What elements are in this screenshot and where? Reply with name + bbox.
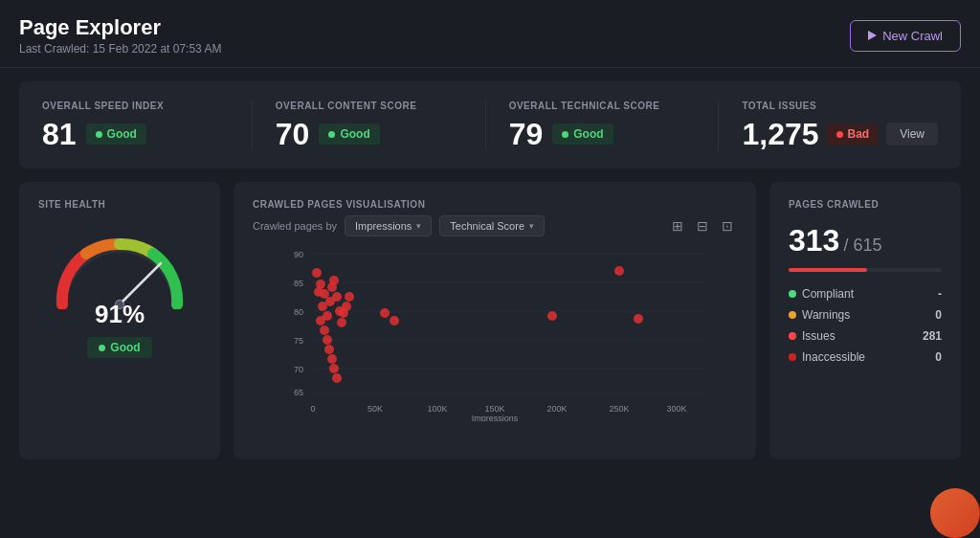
header: Page Explorer Last Crawled: 15 Feb 2022 … [0,0,980,68]
svg-text:100K: 100K [427,404,447,414]
avatar[interactable] [930,488,980,538]
play-icon [868,31,877,40]
chart-icon-scatter[interactable]: ⊞ [668,216,687,235]
svg-point-37 [332,373,342,383]
stat-inaccessible: Inaccessible 0 [789,350,942,364]
metric-speed-label: OVERALL SPEED INDEX [42,101,229,111]
svg-point-47 [547,311,557,321]
metric-content-number: 70 [276,119,310,149]
metric-total-issues: TOTAL ISSUES 1,275 Bad View [742,101,938,149]
svg-text:75: 75 [294,336,303,346]
svg-point-34 [324,345,334,354]
svg-point-45 [380,308,390,318]
inaccessible-dot [789,353,796,361]
chart-icon-group: ⊞ ⊟ ⊡ [668,216,737,235]
svg-point-49 [634,314,643,324]
view-issues-button[interactable]: View [886,123,938,146]
svg-point-39 [337,318,346,327]
svg-point-44 [314,287,323,297]
metrics-row: OVERALL SPEED INDEX 81 Good OVERALL CONT… [19,81,961,168]
warnings-dot [789,311,796,319]
header-left: Page Explorer Last Crawled: 15 Feb 2022 … [19,15,221,56]
metric-speed-number: 81 [42,119,77,149]
good-dot-3 [562,131,568,138]
svg-text:200K: 200K [546,404,567,414]
stat-compliant: Compliant - [789,287,942,301]
good-dot-2 [328,131,335,138]
svg-line-1 [120,263,161,304]
new-crawl-button[interactable]: New Crawl [850,20,961,52]
metrics-section: OVERALL SPEED INDEX 81 Good OVERALL CONT… [0,68,980,182]
chart-icon-download[interactable]: ⊡ [718,216,737,235]
svg-point-29 [329,276,339,285]
site-health-badge: Good [87,337,151,358]
gauge-container: 91% Good [38,223,201,358]
metric-technical-number: 79 [509,119,544,149]
stat-inaccessible-label: Inaccessible [789,350,865,364]
svg-text:Impressions: Impressions [472,414,519,421]
svg-text:50K: 50K [368,404,383,414]
metric-content-label: OVERALL CONTENT SCORE [276,101,462,111]
metric-content-badge: Good [319,123,379,145]
svg-point-42 [345,292,354,302]
chart-card: CRAWLED PAGES VISUALISATION Crawled page… [234,182,756,460]
progress-fill [789,268,867,272]
svg-point-32 [320,325,329,335]
chart-controls-label: Crawled pages by [253,220,337,232]
pages-number-row: 313 / 615 [789,223,942,258]
metric-issues-label: TOTAL ISSUES [742,101,938,111]
site-health-card: SITE HEALTH 91% [19,182,220,460]
stat-warnings: Warnings 0 [789,308,942,322]
metric-technical-label: OVERALL TECHNICAL SCORE [509,101,696,111]
metric-technical-badge: Good [552,123,612,145]
stat-warnings-val: 0 [935,308,942,322]
pages-total: / 615 [843,235,881,256]
metric-speed-index: OVERALL SPEED INDEX 81 Good [42,101,253,149]
svg-point-41 [342,302,351,311]
svg-text:300K: 300K [666,404,686,414]
chevron-down-icon-2: ▾ [529,221,534,231]
metric-content-score: OVERALL CONTENT SCORE 70 Good [276,101,486,149]
impressions-dropdown[interactable]: Impressions ▾ [345,215,432,236]
svg-point-31 [316,316,325,325]
svg-text:80: 80 [294,307,303,317]
svg-text:250K: 250K [609,404,629,414]
compliant-dot [789,290,796,298]
chart-icon-grid[interactable]: ⊟ [693,216,712,235]
pages-crawled-card: PAGES CRAWLED 313 / 615 Compliant - Warn… [769,182,961,460]
stat-compliant-label: Compliant [789,287,854,301]
scatter-area: 90 85 80 75 70 65 0 50K 100K 150K 200K 2… [253,244,737,421]
pages-current: 313 [789,223,839,258]
metric-issues-value-row: 1,275 Bad View [742,119,938,149]
chevron-down-icon: ▾ [416,221,421,231]
good-dot [96,131,102,138]
metric-technical-value-row: 79 Good [509,119,696,149]
chart-header: CRAWLED PAGES VISUALISATION [253,199,737,210]
bottom-section: SITE HEALTH 91% [0,182,980,460]
page-title: Page Explorer [19,15,221,40]
svg-point-43 [312,268,322,278]
svg-point-36 [329,364,339,373]
chart-controls: Crawled pages by Impressions ▾ Technical… [253,215,737,236]
bad-dot [836,131,843,138]
svg-point-48 [614,266,624,276]
stat-issues-label: Issues [789,329,835,343]
metric-technical-score: OVERALL TECHNICAL SCORE 79 Good [509,101,720,149]
svg-point-35 [327,354,337,364]
technical-score-dropdown[interactable]: Technical Score ▾ [439,215,545,236]
svg-point-33 [323,335,332,345]
svg-text:150K: 150K [484,404,504,414]
pages-crawled-label: PAGES CRAWLED [789,199,942,210]
svg-point-30 [332,292,342,302]
stat-issues: Issues 281 [789,329,942,343]
site-health-dot [99,345,105,351]
metric-content-value-row: 70 Good [276,119,462,149]
svg-point-46 [390,316,399,325]
gauge-percent: 91% [95,300,145,329]
metric-speed-value-row: 81 Good [42,119,229,149]
stat-warnings-label: Warnings [789,308,850,322]
stat-compliant-val: - [938,287,942,301]
gauge-chart [48,223,191,309]
svg-text:85: 85 [294,279,303,288]
svg-text:65: 65 [294,388,303,397]
